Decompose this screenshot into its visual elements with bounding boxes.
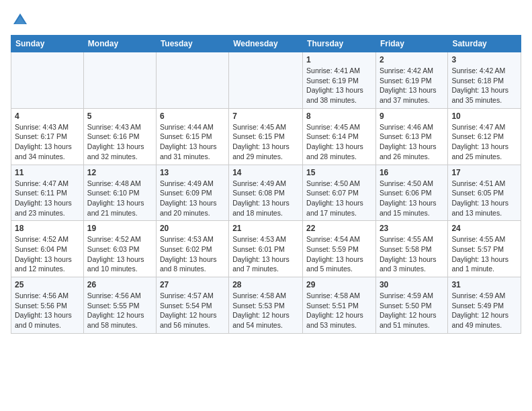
calendar-row-2: 4Sunrise: 4:43 AM Sunset: 6:17 PM Daylig… (11, 108, 521, 165)
calendar-cell: 1Sunrise: 4:41 AM Sunset: 6:19 PM Daylig… (303, 52, 376, 109)
day-info: Sunrise: 4:49 AM Sunset: 6:08 PM Dayligh… (232, 179, 299, 218)
calendar-cell: 10Sunrise: 4:47 AM Sunset: 6:12 PM Dayli… (448, 108, 521, 165)
logo (11, 11, 32, 30)
weekday-header-thursday: Thursday (303, 36, 376, 52)
calendar-cell: 26Sunrise: 4:56 AM Sunset: 5:55 PM Dayli… (83, 277, 156, 334)
calendar-cell (11, 52, 84, 109)
day-info: Sunrise: 4:58 AM Sunset: 5:51 PM Dayligh… (306, 291, 372, 330)
calendar-row-1: 1Sunrise: 4:41 AM Sunset: 6:19 PM Daylig… (11, 52, 521, 109)
day-info: Sunrise: 4:54 AM Sunset: 5:59 PM Dayligh… (306, 234, 372, 274)
day-info: Sunrise: 4:47 AM Sunset: 6:11 PM Dayligh… (15, 179, 80, 218)
day-info: Sunrise: 4:48 AM Sunset: 6:10 PM Dayligh… (87, 179, 152, 218)
calendar-cell: 8Sunrise: 4:45 AM Sunset: 6:14 PM Daylig… (303, 108, 376, 165)
day-info: Sunrise: 4:46 AM Sunset: 6:13 PM Dayligh… (380, 122, 444, 162)
day-number: 11 (15, 168, 80, 177)
weekday-header-saturday: Saturday (448, 36, 521, 52)
day-info: Sunrise: 4:59 AM Sunset: 5:50 PM Dayligh… (380, 291, 444, 330)
calendar-cell: 29Sunrise: 4:58 AM Sunset: 5:51 PM Dayli… (303, 277, 376, 334)
calendar-cell: 17Sunrise: 4:51 AM Sunset: 6:05 PM Dayli… (448, 165, 521, 221)
day-info: Sunrise: 4:44 AM Sunset: 6:15 PM Dayligh… (160, 122, 225, 162)
calendar-row-3: 11Sunrise: 4:47 AM Sunset: 6:11 PM Dayli… (11, 165, 521, 221)
calendar-cell: 9Sunrise: 4:46 AM Sunset: 6:13 PM Daylig… (375, 108, 447, 165)
day-info: Sunrise: 4:50 AM Sunset: 6:07 PM Dayligh… (306, 179, 372, 218)
calendar-cell: 6Sunrise: 4:44 AM Sunset: 6:15 PM Daylig… (156, 108, 228, 165)
calendar-cell: 18Sunrise: 4:52 AM Sunset: 6:04 PM Dayli… (11, 221, 84, 277)
day-number: 29 (306, 280, 372, 289)
day-number: 21 (232, 224, 299, 233)
day-info: Sunrise: 4:58 AM Sunset: 5:53 PM Dayligh… (232, 291, 299, 330)
day-info: Sunrise: 4:53 AM Sunset: 6:01 PM Dayligh… (232, 234, 299, 274)
calendar-cell (83, 52, 156, 109)
day-number: 3 (451, 55, 517, 64)
day-number: 17 (451, 168, 517, 177)
day-number: 8 (306, 111, 372, 121)
calendar-header: SundayMondayTuesdayWednesdayThursdayFrid… (11, 36, 521, 52)
day-info: Sunrise: 4:51 AM Sunset: 6:05 PM Dayligh… (451, 179, 517, 218)
day-info: Sunrise: 4:53 AM Sunset: 6:02 PM Dayligh… (160, 234, 225, 274)
day-number: 30 (380, 280, 444, 289)
weekday-header-friday: Friday (375, 36, 447, 52)
day-number: 13 (160, 168, 225, 177)
day-number: 7 (232, 111, 299, 121)
day-info: Sunrise: 4:43 AM Sunset: 6:16 PM Dayligh… (87, 122, 152, 162)
calendar-cell: 25Sunrise: 4:56 AM Sunset: 5:56 PM Dayli… (11, 277, 84, 334)
calendar-cell: 31Sunrise: 4:59 AM Sunset: 5:49 PM Dayli… (448, 277, 521, 334)
calendar-cell: 30Sunrise: 4:59 AM Sunset: 5:50 PM Dayli… (375, 277, 447, 334)
calendar-cell: 3Sunrise: 4:42 AM Sunset: 6:18 PM Daylig… (448, 52, 521, 109)
weekday-header-tuesday: Tuesday (156, 36, 228, 52)
calendar-cell: 5Sunrise: 4:43 AM Sunset: 6:16 PM Daylig… (83, 108, 156, 165)
logo-icon (11, 11, 30, 30)
day-number: 14 (232, 168, 299, 177)
calendar-table: SundayMondayTuesdayWednesdayThursdayFrid… (11, 35, 521, 334)
day-number: 6 (160, 111, 225, 121)
day-info: Sunrise: 4:45 AM Sunset: 6:15 PM Dayligh… (232, 122, 299, 162)
day-number: 27 (160, 280, 225, 289)
day-info: Sunrise: 4:43 AM Sunset: 6:17 PM Dayligh… (15, 122, 80, 162)
day-number: 18 (15, 224, 80, 233)
calendar-row-4: 18Sunrise: 4:52 AM Sunset: 6:04 PM Dayli… (11, 221, 521, 277)
day-number: 12 (87, 168, 152, 177)
day-number: 22 (306, 224, 372, 233)
day-number: 24 (451, 224, 517, 233)
calendar-cell: 27Sunrise: 4:57 AM Sunset: 5:54 PM Dayli… (156, 277, 228, 334)
day-info: Sunrise: 4:55 AM Sunset: 5:58 PM Dayligh… (380, 234, 444, 274)
day-info: Sunrise: 4:42 AM Sunset: 6:19 PM Dayligh… (380, 66, 444, 105)
calendar-cell: 24Sunrise: 4:55 AM Sunset: 5:57 PM Dayli… (448, 221, 521, 277)
calendar-cell (156, 52, 228, 109)
day-number: 1 (306, 55, 372, 64)
day-number: 2 (380, 55, 444, 64)
calendar-cell: 11Sunrise: 4:47 AM Sunset: 6:11 PM Dayli… (11, 165, 84, 221)
day-number: 4 (15, 111, 80, 121)
day-number: 19 (87, 224, 152, 233)
day-info: Sunrise: 4:52 AM Sunset: 6:03 PM Dayligh… (87, 234, 152, 274)
calendar-cell: 14Sunrise: 4:49 AM Sunset: 6:08 PM Dayli… (229, 165, 303, 221)
day-number: 9 (380, 111, 444, 121)
day-number: 23 (380, 224, 444, 233)
calendar-cell: 2Sunrise: 4:42 AM Sunset: 6:19 PM Daylig… (375, 52, 447, 109)
calendar-cell: 13Sunrise: 4:49 AM Sunset: 6:09 PM Dayli… (156, 165, 228, 221)
calendar-cell: 23Sunrise: 4:55 AM Sunset: 5:58 PM Dayli… (375, 221, 447, 277)
day-number: 10 (451, 111, 517, 121)
day-number: 25 (15, 280, 80, 289)
day-number: 15 (306, 168, 372, 177)
day-number: 26 (87, 280, 152, 289)
day-info: Sunrise: 4:50 AM Sunset: 6:06 PM Dayligh… (380, 179, 444, 218)
day-info: Sunrise: 4:52 AM Sunset: 6:04 PM Dayligh… (15, 234, 80, 274)
day-number: 5 (87, 111, 152, 121)
calendar-cell: 15Sunrise: 4:50 AM Sunset: 6:07 PM Dayli… (303, 165, 376, 221)
weekday-header-monday: Monday (83, 36, 156, 52)
day-info: Sunrise: 4:45 AM Sunset: 6:14 PM Dayligh… (306, 122, 372, 162)
day-number: 20 (160, 224, 225, 233)
day-number: 28 (232, 280, 299, 289)
calendar-cell: 12Sunrise: 4:48 AM Sunset: 6:10 PM Dayli… (83, 165, 156, 221)
day-info: Sunrise: 4:47 AM Sunset: 6:12 PM Dayligh… (451, 122, 517, 162)
calendar-cell: 7Sunrise: 4:45 AM Sunset: 6:15 PM Daylig… (229, 108, 303, 165)
calendar-cell: 20Sunrise: 4:53 AM Sunset: 6:02 PM Dayli… (156, 221, 228, 277)
calendar-row-5: 25Sunrise: 4:56 AM Sunset: 5:56 PM Dayli… (11, 277, 521, 334)
calendar-cell: 19Sunrise: 4:52 AM Sunset: 6:03 PM Dayli… (83, 221, 156, 277)
day-info: Sunrise: 4:56 AM Sunset: 5:55 PM Dayligh… (87, 291, 152, 330)
calendar-cell: 4Sunrise: 4:43 AM Sunset: 6:17 PM Daylig… (11, 108, 84, 165)
calendar-cell: 21Sunrise: 4:53 AM Sunset: 6:01 PM Dayli… (229, 221, 303, 277)
calendar-cell: 28Sunrise: 4:58 AM Sunset: 5:53 PM Dayli… (229, 277, 303, 334)
day-info: Sunrise: 4:55 AM Sunset: 5:57 PM Dayligh… (451, 234, 517, 274)
